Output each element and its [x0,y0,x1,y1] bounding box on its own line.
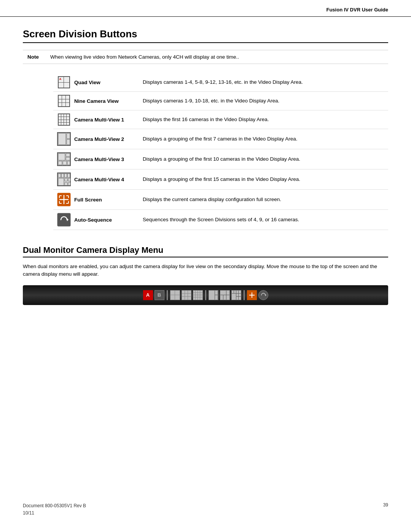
auto-icon-col [53,213,74,227]
mb-separator3 [244,290,245,300]
svg-rect-19 [65,182,67,185]
svg-rect-7 [66,157,70,160]
svg-rect-6 [66,153,70,157]
nine-camera-desc: Displays cameras 1-9, 10-18, etc. in the… [143,97,388,105]
svg-marker-36 [265,294,266,296]
multi4-icon [57,173,71,186]
mb-icon-nine [182,290,191,300]
svg-rect-13 [61,174,64,177]
svg-rect-18 [68,178,70,181]
mb-icon-16 [193,290,203,300]
mb-icon-multi4 [231,290,241,300]
dual-monitor-paragraph: When dual monitors are enabled, you can … [23,263,388,278]
page-content: Screen Division Buttons Note When viewin… [0,28,411,328]
section1-title: Screen Division Buttons [23,28,388,43]
note-label: Note [23,50,46,64]
svg-rect-8 [58,161,62,165]
fullscreen-desc: Displays the current camera display conf… [143,196,388,203]
fullscreen-icon [57,193,71,206]
fullscreen-icon-col [53,193,74,206]
footer-doc-info: Document 800-05305V1 Rev B 10/11 [23,502,86,517]
svg-rect-10 [67,161,70,165]
fullscreen-label: Full Screen [74,197,143,203]
multi2-icon-col [53,132,74,146]
multi3-icon [57,152,71,166]
svg-rect-14 [64,174,67,177]
svg-rect-5 [58,153,65,160]
mb-separator2 [205,290,206,300]
svg-rect-3 [67,139,70,145]
mb-icon-b: B [155,290,164,300]
multi3-label: Camera Multi-View 3 [74,157,143,162]
svg-rect-17 [65,178,67,181]
item-row-nine: Nine Camera View Displays cameras 1-9, 1… [53,92,388,110]
multi1-icon-col [53,113,74,126]
item-row-multi3: Camera Multi-View 3 Displays a grouping … [53,149,388,169]
item-row-multi2: Camera Multi-View 2 Displays a grouping … [53,129,388,149]
multi3-desc: Displays a grouping of the first 10 came… [143,156,388,163]
page-header: Fusion IV DVR User Guide [0,0,411,17]
mb-icon-a: A [143,290,153,300]
multi1-desc: Displays the first 16 cameras in the Vid… [143,116,388,123]
menu-bar-image: A B [23,285,388,305]
svg-rect-15 [67,174,70,177]
mb-icon-multi2 [209,290,218,300]
items-list: Quad View Displays cameras 1-4, 5-8, 9-1… [53,73,388,230]
page-footer: Document 800-05305V1 Rev B 10/11 39 [23,502,388,517]
quad-view-label: Quad View [74,80,143,85]
quad-view-icon [58,76,70,88]
multi2-icon [57,132,71,146]
multi2-desc: Displays a grouping of the first 7 camer… [143,136,388,143]
item-row-multi4: Camera Multi-View 4 Displays a grouping … [53,169,388,190]
auto-sequence-label: Auto-Sequence [74,217,143,223]
menu-bar-icons: A B [143,290,268,300]
mb-separator1 [167,290,168,300]
nine-camera-icon [58,95,70,107]
svg-rect-16 [58,178,64,185]
multi4-icon-col [53,173,74,186]
mb-icon-multi3 [220,290,230,300]
auto-sequence-icon [57,213,71,227]
footer-date: 10/11 [23,510,86,517]
svg-rect-20 [68,182,70,185]
quad-icon-col [53,76,74,88]
svg-rect-2 [67,133,70,139]
mb-icon-auto [258,290,268,300]
multi1-icon [58,113,70,126]
svg-rect-1 [58,133,66,145]
footer-doc-number: Document 800-05305V1 Rev B [23,502,86,510]
footer-page-number: 39 [383,502,388,517]
multi3-icon-col [53,152,74,166]
mb-icon-quad [170,290,180,300]
item-row-fullscreen: Full Screen Displays the current camera … [53,190,388,210]
item-row-quad: Quad View Displays cameras 1-4, 5-8, 9-1… [53,73,388,92]
auto-sequence-desc: Sequences through the Screen Divisions s… [143,216,388,224]
quad-view-desc: Displays cameras 1-4, 5-8, 9-12, 13-16, … [143,79,388,86]
section2-title: Dual Monitor Camera Display Menu [23,245,388,257]
multi2-label: Camera Multi-View 2 [74,136,143,142]
item-row-auto: Auto-Sequence Sequences through the Scre… [53,210,388,230]
nine-camera-label: Nine Camera View [74,98,143,104]
note-text: When viewing live video from Network Cam… [46,50,388,64]
nine-icon-col [53,95,74,107]
item-row-multi1: Camera Multi-View 1 Displays the first 1… [53,110,388,129]
multi4-desc: Displays a grouping of the first 15 came… [143,176,388,183]
note-table: Note When viewing live video from Networ… [23,50,388,64]
svg-rect-9 [63,161,67,165]
header-title: Fusion IV DVR User Guide [326,7,388,13]
svg-rect-12 [58,174,61,177]
multi4-label: Camera Multi-View 4 [74,177,143,182]
multi1-label: Camera Multi-View 1 [74,117,143,123]
mb-icon-fullscreen [247,290,257,300]
